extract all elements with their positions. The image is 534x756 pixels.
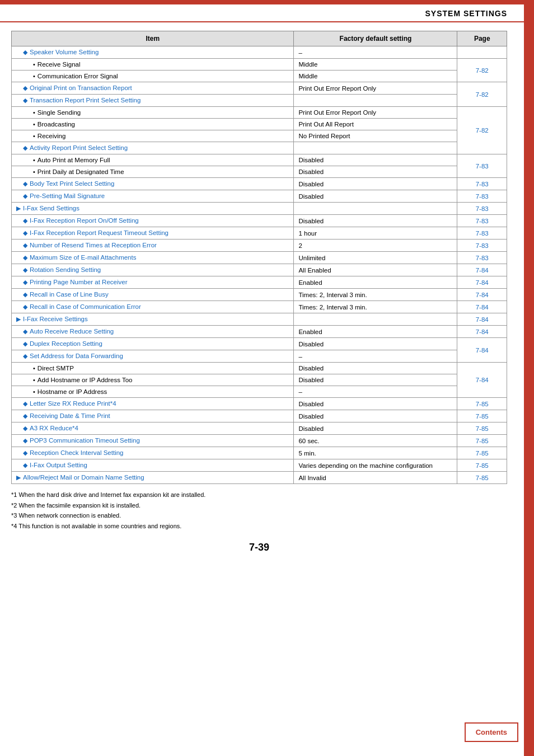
page-cell[interactable]: 7-84 xyxy=(457,301,507,313)
table-row: ◆Duplex Reception SettingDisabled7-84 xyxy=(12,338,507,350)
prefix-icon: ◆ xyxy=(23,254,27,261)
prefix-icon: ◆ xyxy=(23,340,27,347)
page-cell[interactable]: 7-82 xyxy=(457,59,507,82)
page-cell[interactable]: 7-84 xyxy=(457,264,507,276)
factory-cell: – xyxy=(294,46,457,59)
item-cell: •Receive Signal xyxy=(12,59,294,71)
item-text: Broadcasting xyxy=(38,121,75,128)
prefix-icon: ◆ xyxy=(23,84,27,91)
item-cell: ◆Original Print on Transaction Report xyxy=(12,82,294,95)
page-cell[interactable]: 7-85 xyxy=(457,459,507,472)
item-cell: •Broadcasting xyxy=(12,119,294,130)
factory-cell xyxy=(294,142,457,154)
item-text: I-Fax Send Settings xyxy=(23,205,79,212)
item-text: Recall in Case of Communication Error xyxy=(30,303,141,310)
page-cell[interactable]: 7-84 xyxy=(457,326,507,338)
prefix-icon: • xyxy=(33,388,35,395)
item-text: Communication Error Signal xyxy=(38,73,118,79)
prefix-icon: ◆ xyxy=(23,180,27,187)
page-header-title: SYSTEM SETTINGS xyxy=(425,9,507,18)
page-cell[interactable]: 7-84 xyxy=(457,363,507,398)
factory-cell: Enabled xyxy=(294,276,457,289)
item-cell: ▶I-Fax Send Settings xyxy=(12,203,294,215)
factory-cell: Times: 2, Interval 3 min. xyxy=(294,289,457,301)
table-row: ◆Reception Check Interval Setting5 min.7… xyxy=(12,447,507,459)
table-row: ▶I-Fax Send Settings7-83 xyxy=(12,203,507,215)
prefix-icon: ◆ xyxy=(23,412,27,419)
table-row: •Add Hostname or IP Address TooDisabled xyxy=(12,374,507,386)
prefix-icon: ▶ xyxy=(16,316,21,322)
prefix-icon: • xyxy=(33,377,35,383)
page-cell[interactable]: 7-85 xyxy=(457,472,507,484)
factory-cell: Disabled xyxy=(294,190,457,203)
page-cell[interactable]: 7-85 xyxy=(457,435,507,447)
factory-cell: Disabled xyxy=(294,178,457,190)
factory-cell: Middle xyxy=(294,71,457,82)
item-text: Hostname or IP Address xyxy=(38,388,107,395)
table-row: ▶Allow/Reject Mail or Domain Name Settin… xyxy=(12,472,507,484)
item-cell: •Direct SMTP xyxy=(12,363,294,374)
table-row: ◆Recall in Case of Communication ErrorTi… xyxy=(12,301,507,313)
contents-button[interactable]: Contents xyxy=(465,722,518,742)
page-number: 7-39 xyxy=(11,542,507,553)
item-cell: ◆I-Fax Output Setting xyxy=(12,459,294,472)
factory-cell: Disabled xyxy=(294,215,457,227)
factory-cell: 2 xyxy=(294,240,457,252)
item-cell: ◆Letter Size RX Reduce Print*4 xyxy=(12,398,294,410)
item-cell: •Single Sending xyxy=(12,107,294,119)
page-cell[interactable]: 7-84 xyxy=(457,289,507,301)
page-cell[interactable]: 7-85 xyxy=(457,410,507,422)
prefix-icon: ◆ xyxy=(23,449,27,456)
table-row: ◆Rotation Sending SettingAll Enabled7-84 xyxy=(12,264,507,276)
factory-cell xyxy=(294,203,457,215)
page-cell[interactable]: 7-82 xyxy=(457,82,507,107)
page-cell[interactable]: 7-83 xyxy=(457,178,507,190)
page-cell[interactable]: 7-83 xyxy=(457,252,507,264)
table-row: ◆POP3 Communication Timeout Setting60 se… xyxy=(12,435,507,447)
table-row: ◆Receiving Date & Time PrintDisabled7-85 xyxy=(12,410,507,422)
page-cell[interactable]: 7-83 xyxy=(457,154,507,178)
page-cell[interactable]: 7-85 xyxy=(457,422,507,435)
page-cell[interactable]: 7-82 xyxy=(457,107,507,154)
page-header: SYSTEM SETTINGS xyxy=(0,4,524,22)
page-cell[interactable]: 7-85 xyxy=(457,398,507,410)
page-cell[interactable]: 7-83 xyxy=(457,203,507,215)
table-row: •Single SendingPrint Out Error Report On… xyxy=(12,107,507,119)
item-text: Body Text Print Select Setting xyxy=(30,180,114,187)
item-text: Auto Receive Reduce Setting xyxy=(30,328,114,335)
item-text: A3 RX Reduce*4 xyxy=(30,425,78,431)
item-text: Recall in Case of Line Busy xyxy=(30,291,109,298)
factory-cell: Times: 2, Interval 3 min. xyxy=(294,301,457,313)
page-cell[interactable]: 7-84 xyxy=(457,338,507,363)
item-cell: •Hostname or IP Address xyxy=(12,386,294,398)
table-row: •Direct SMTPDisabled7-84 xyxy=(12,363,507,374)
factory-cell: Middle xyxy=(294,59,457,71)
page-cell[interactable]: 7-83 xyxy=(457,227,507,240)
item-cell: ◆A3 RX Reduce*4 xyxy=(12,422,294,435)
prefix-icon: ◆ xyxy=(23,266,27,273)
page-cell[interactable]: 7-84 xyxy=(457,276,507,289)
factory-cell: Print Out Error Report Only xyxy=(294,107,457,119)
page-cell[interactable]: 7-85 xyxy=(457,447,507,459)
page-cell[interactable]: 7-83 xyxy=(457,215,507,227)
item-cell: •Add Hostname or IP Address Too xyxy=(12,374,294,386)
table-row: ◆A3 RX Reduce*4Disabled7-85 xyxy=(12,422,507,435)
table-row: ◆Printing Page Number at ReceiverEnabled… xyxy=(12,276,507,289)
page-cell[interactable] xyxy=(457,46,507,59)
table-row: •Receive SignalMiddle7-82 xyxy=(12,59,507,71)
factory-cell: All Invalid xyxy=(294,472,457,484)
page-cell[interactable]: 7-83 xyxy=(457,190,507,203)
prefix-icon: ◆ xyxy=(23,462,27,468)
prefix-icon: ◆ xyxy=(23,49,27,55)
page-cell[interactable]: 7-84 xyxy=(457,313,507,326)
table-row: ◆I-Fax Reception Report On/Off SettingDi… xyxy=(12,215,507,227)
item-cell: ◆Maximum Size of E-mail Attachments xyxy=(12,252,294,264)
prefix-icon: ◆ xyxy=(23,303,27,310)
page-cell[interactable]: 7-83 xyxy=(457,240,507,252)
settings-table: Item Factory default setting Page ◆Speak… xyxy=(11,31,507,484)
item-cell: ◆Receiving Date & Time Print xyxy=(12,410,294,422)
footnote-3: *3 When network connection is enabled. xyxy=(11,510,507,521)
prefix-icon: • xyxy=(33,168,35,175)
item-cell: ◆POP3 Communication Timeout Setting xyxy=(12,435,294,447)
col-header-factory: Factory default setting xyxy=(294,31,457,46)
